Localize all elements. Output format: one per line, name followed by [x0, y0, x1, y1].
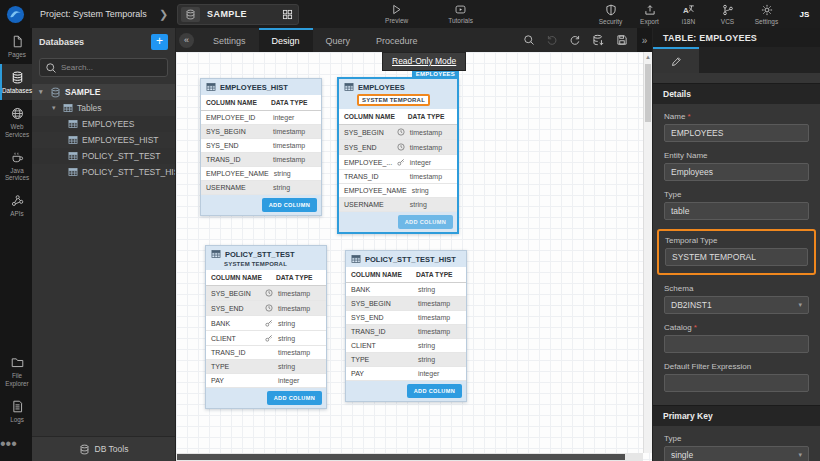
- tree-node-table[interactable]: POLICY_STT_TEST: [32, 148, 175, 164]
- canvas-vertical-scrollbar[interactable]: ▲: [643, 52, 652, 453]
- column-row[interactable]: SYS_BEGINtimestamp: [346, 297, 466, 311]
- db-sync-icon[interactable]: [592, 34, 605, 47]
- column-row[interactable]: SYS_BEGINtimestamp: [339, 125, 457, 140]
- column-row[interactable]: SYS_BEGINtimestamp: [201, 125, 321, 139]
- tree-node-database[interactable]: ▾SAMPLE: [32, 84, 175, 100]
- column-row[interactable]: EMPLOYEE_IDinteger: [201, 111, 321, 125]
- table-card-policy_stt_test[interactable]: POLICY_STT_TESTSYSTEM TEMPORALCOLUMN NAM…: [205, 245, 327, 409]
- column-row[interactable]: USERNAMEstring: [201, 181, 321, 195]
- column-row[interactable]: EMPLOYEE_NAMEstring: [339, 184, 457, 198]
- search-tool-icon[interactable]: [523, 34, 535, 46]
- preview-button[interactable]: Preview: [385, 4, 408, 24]
- add-column-button[interactable]: ADD COLUMN: [267, 391, 322, 405]
- column-row[interactable]: SYS_BEGINtimestamp: [206, 286, 326, 301]
- add-column-button[interactable]: ADD COLUMN: [407, 384, 462, 398]
- collapse-panel-button[interactable]: «: [179, 33, 194, 48]
- tab-query[interactable]: Query: [313, 28, 364, 52]
- i18n-button[interactable]: Ai18N: [672, 4, 705, 25]
- input-control[interactable]: [664, 374, 809, 392]
- sidebar-item-file-explorer[interactable]: File Explorer: [0, 349, 32, 392]
- more-options-icon[interactable]: •••: [0, 429, 32, 461]
- header-actions: SecurityExportAi18NVCSSettings: [594, 4, 783, 25]
- redo-icon[interactable]: [569, 34, 581, 46]
- table-card-employees[interactable]: EMPLOYEESEMPLOYEESSYSTEM TEMPORALCOLUMN …: [337, 77, 459, 234]
- select-control[interactable]: single▾: [664, 446, 809, 461]
- user-avatar[interactable]: JS: [795, 5, 814, 24]
- scrollbar-thumb[interactable]: [177, 454, 625, 460]
- sidebar-item-apis[interactable]: APIs: [0, 187, 32, 223]
- field-label: Schema: [664, 284, 809, 293]
- caret-down-icon[interactable]: ▾: [52, 104, 59, 112]
- vcs-button[interactable]: VCS: [711, 4, 744, 25]
- card-header: EMPLOYEESSYSTEM TEMPORAL: [339, 79, 457, 109]
- db-tools-button[interactable]: DB Tools: [32, 436, 175, 461]
- expand-panel-button[interactable]: »: [637, 28, 652, 52]
- tutorials-button[interactable]: Tutorials: [448, 4, 473, 24]
- tab-procedure[interactable]: Procedure: [363, 28, 431, 52]
- tab-design[interactable]: Design: [259, 28, 313, 52]
- tree-node-tables-group[interactable]: ▾Tables: [32, 100, 175, 116]
- security-button[interactable]: Security: [594, 4, 627, 25]
- sidebar-item-web-services[interactable]: Web Services: [0, 100, 32, 143]
- active-service-tab[interactable]: SAMPLE: [177, 4, 299, 25]
- column-row[interactable]: EMPLOYEE_...integer: [339, 155, 457, 170]
- column-row[interactable]: USERNAMEstring: [339, 198, 457, 212]
- sidebar-item-logs[interactable]: Logs: [0, 393, 32, 429]
- globe-icon: [11, 107, 24, 120]
- add-database-button[interactable]: +: [151, 34, 168, 50]
- column-row[interactable]: SYS_ENDtimestamp: [339, 140, 457, 155]
- column-row[interactable]: SYS_ENDtimestamp: [206, 301, 326, 316]
- input-control[interactable]: SYSTEM TEMPORAL: [665, 248, 808, 266]
- input-control[interactable]: [664, 335, 809, 353]
- column-row[interactable]: EMPLOYEE_NAMEstring: [201, 167, 321, 181]
- column-row[interactable]: SYS_ENDtimestamp: [201, 139, 321, 153]
- tree-node-table[interactable]: POLICY_STT_TEST_HIST: [32, 164, 175, 180]
- clock-icon: [265, 289, 273, 297]
- input-control[interactable]: table: [664, 202, 809, 220]
- column-row[interactable]: TYPEstring: [346, 353, 466, 367]
- input-control[interactable]: Employees: [664, 163, 809, 181]
- tab-settings[interactable]: Settings: [200, 28, 259, 52]
- sidebar-item-databases[interactable]: Databases: [0, 64, 32, 100]
- save-icon[interactable]: [616, 34, 628, 46]
- search-input[interactable]: [61, 63, 162, 72]
- search-box[interactable]: [39, 58, 168, 77]
- schema-canvas[interactable]: Read-Only Mode ▲ EMPLOYEES_HISTCOLUMN NA…: [176, 52, 652, 461]
- column-row[interactable]: BANKstring: [206, 316, 326, 331]
- select-control[interactable]: DB2INST1▾: [664, 296, 809, 314]
- column-row[interactable]: BANKstring: [346, 283, 466, 297]
- column-row[interactable]: TRANS_IDtimestamp: [339, 170, 457, 184]
- grid-switcher-icon[interactable]: [282, 9, 293, 20]
- table-card-policy_stt_test_hist[interactable]: POLICY_STT_TEST_HISTCOLUMN NAMEDATA TYPE…: [345, 250, 467, 402]
- app-logo-icon[interactable]: [0, 0, 30, 28]
- caret-down-icon[interactable]: ▾: [39, 88, 46, 96]
- column-row[interactable]: SYS_ENDtimestamp: [346, 311, 466, 325]
- add-column-button[interactable]: ADD COLUMN: [398, 215, 453, 229]
- table-name: POLICY_STT_TEST_HIST: [365, 255, 456, 264]
- column-row[interactable]: PAYinteger: [206, 374, 326, 388]
- column-row[interactable]: PAYinteger: [346, 367, 466, 381]
- column-row[interactable]: TRANS_IDtimestamp: [206, 346, 326, 360]
- undo-icon[interactable]: [546, 34, 558, 46]
- input-control[interactable]: EMPLOYEES: [664, 124, 809, 142]
- active-service-label: SAMPLE: [207, 9, 282, 19]
- tree-node-table[interactable]: EMPLOYEES_HIST: [32, 132, 175, 148]
- column-row[interactable]: CLIENTstring: [206, 331, 326, 346]
- canvas-horizontal-scrollbar[interactable]: [176, 453, 643, 461]
- column-row[interactable]: TRANS_IDtimestamp: [201, 153, 321, 167]
- table-card-employees_hist[interactable]: EMPLOYEES_HISTCOLUMN NAMEDATA TYPEEMPLOY…: [200, 78, 322, 216]
- scroll-up-icon[interactable]: ▲: [644, 52, 652, 62]
- add-column-button[interactable]: ADD COLUMN: [262, 198, 317, 212]
- sidebar-item-pages[interactable]: Pages: [0, 28, 32, 64]
- scrollbar-thumb[interactable]: [645, 64, 651, 122]
- sidebar-item-java-services[interactable]: Java Services: [0, 144, 32, 187]
- column-row[interactable]: TRANS_IDtimestamp: [346, 325, 466, 339]
- field-label: Name: [664, 112, 809, 121]
- table-icon: [68, 119, 78, 129]
- edit-properties-tab[interactable]: [653, 47, 699, 73]
- settings-button[interactable]: Settings: [750, 4, 783, 25]
- column-row[interactable]: CLIENTstring: [346, 339, 466, 353]
- column-row[interactable]: TYPEstring: [206, 360, 326, 374]
- tree-node-table[interactable]: EMPLOYEES: [32, 116, 175, 132]
- export-button[interactable]: Export: [633, 4, 666, 25]
